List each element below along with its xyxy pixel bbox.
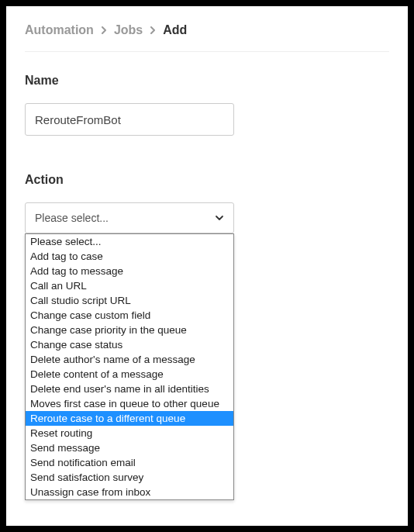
action-option[interactable]: Send satisfaction survey: [26, 470, 233, 485]
action-option[interactable]: Send notification email: [26, 455, 233, 470]
action-option[interactable]: Change case priority in the queue: [26, 323, 233, 337]
chevron-right-icon: [100, 26, 108, 34]
action-option[interactable]: Please select...: [26, 234, 233, 249]
action-option[interactable]: Call an URL: [26, 278, 233, 293]
chevron-down-icon: [215, 213, 224, 223]
action-dropdown: Please select...Add tag to caseAdd tag t…: [25, 233, 234, 500]
action-option[interactable]: Change case custom field: [26, 308, 233, 323]
action-option[interactable]: Moves first case in queue to other queue: [26, 396, 233, 411]
action-option[interactable]: Delete content of a message: [26, 367, 233, 382]
action-option[interactable]: Unassign case from inbox: [26, 485, 233, 499]
action-select-wrap: Please select... Please select...Add tag…: [25, 202, 234, 233]
form-container: Automation Jobs Add Name Action Please s…: [6, 6, 408, 526]
action-option[interactable]: Call studio script URL: [26, 293, 233, 308]
breadcrumb-current: Add: [163, 23, 187, 37]
name-input[interactable]: [25, 103, 234, 136]
breadcrumb-jobs[interactable]: Jobs: [114, 23, 143, 37]
action-option[interactable]: Reroute case to a different queue: [26, 411, 233, 426]
action-select-value: Please select...: [35, 212, 109, 224]
action-select[interactable]: Please select...: [25, 202, 234, 233]
action-option[interactable]: Send message: [26, 440, 233, 455]
action-option[interactable]: Delete author's name of a message: [26, 352, 233, 367]
action-label: Action: [25, 173, 389, 187]
breadcrumb: Automation Jobs Add: [25, 23, 389, 52]
chevron-right-icon: [149, 26, 157, 34]
breadcrumb-automation[interactable]: Automation: [25, 23, 94, 37]
action-option[interactable]: Add tag to case: [26, 249, 233, 264]
action-option[interactable]: Change case status: [26, 337, 233, 352]
action-option[interactable]: Add tag to message: [26, 264, 233, 278]
action-option[interactable]: Delete end user's name in all identities: [26, 382, 233, 396]
name-label: Name: [25, 74, 389, 88]
action-option[interactable]: Reset routing: [26, 426, 233, 440]
